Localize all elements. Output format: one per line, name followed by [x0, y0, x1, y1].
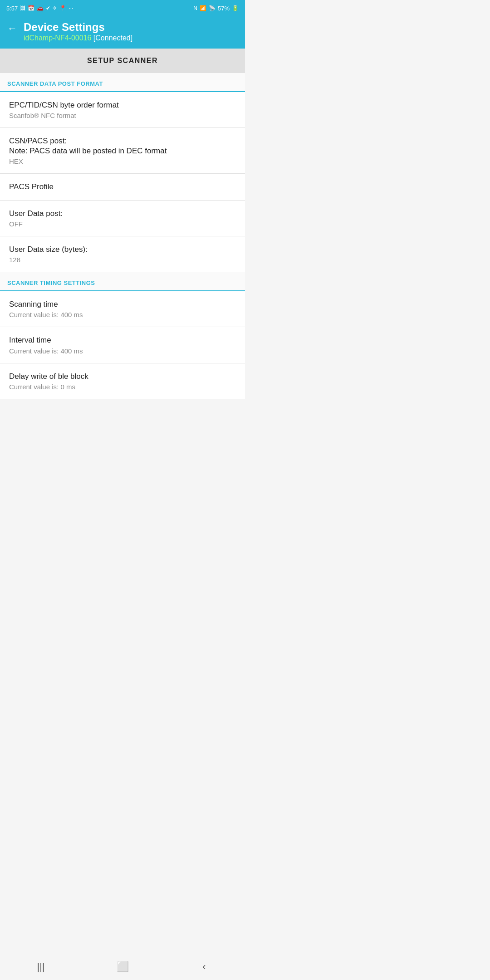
- content-area: SETUP SCANNER SCANNER DATA POST FORMAT E…: [0, 49, 245, 431]
- user-data-post-subtitle: OFF: [9, 220, 236, 228]
- more-icon: ···: [69, 5, 73, 11]
- wifi-icon: 📶: [200, 5, 206, 11]
- nfc-icon: N: [193, 5, 197, 11]
- list-item-scanning-time[interactable]: Scanning time Current value is: 400 ms: [0, 291, 245, 327]
- pin-icon: 📍: [59, 5, 66, 11]
- battery-percent: 57%: [218, 5, 230, 12]
- list-item-epc-tid-csn[interactable]: EPC/TID/CSN byte order format Scanfob® N…: [0, 92, 245, 128]
- user-data-size-subtitle: 128: [9, 256, 236, 264]
- scanning-time-title: Scanning time: [9, 299, 236, 309]
- interval-time-title: Interval time: [9, 335, 236, 345]
- pacs-profile-title: PACS Profile: [9, 182, 236, 192]
- interval-time-subtitle: Current value is: 400 ms: [9, 347, 236, 355]
- back-button[interactable]: ←: [7, 23, 17, 34]
- delay-write-ble-title: Delay write of ble block: [9, 372, 236, 382]
- epc-tid-csn-title: EPC/TID/CSN byte order format: [9, 100, 236, 110]
- signal-icon: 📡: [209, 5, 216, 11]
- csn-pacs-title-line2: Note: PACS data will be posted in DEC fo…: [9, 146, 236, 156]
- status-bar: 5:57 🖼 📅 🚗 ✔ ✈ 📍 ··· N 📶 📡 57% 🔋: [0, 0, 245, 16]
- car-icon: 🚗: [37, 5, 44, 11]
- user-data-size-title: User Data size (bytes):: [9, 245, 236, 255]
- list-item-user-data-post[interactable]: User Data post: OFF: [0, 201, 245, 236]
- epc-tid-csn-subtitle: Scanfob® NFC format: [9, 112, 236, 119]
- setup-scanner-button[interactable]: SETUP SCANNER: [0, 49, 245, 73]
- section-header-scanner-data: SCANNER DATA POST FORMAT: [0, 73, 245, 92]
- scanning-time-subtitle: Current value is: 400 ms: [9, 311, 236, 318]
- app-bar: ← Device Settings idChamp-NF4-00016 [Con…: [0, 16, 245, 49]
- device-name: idChamp-NF4-00016: [24, 34, 91, 42]
- list-item-csn-pacs[interactable]: CSN/PACS post: Note: PACS data will be p…: [0, 128, 245, 174]
- connection-status: [Connected]: [93, 34, 132, 42]
- send-icon: ✈: [53, 5, 57, 11]
- app-bar-title-block: Device Settings idChamp-NF4-00016 [Conne…: [24, 21, 132, 42]
- page-title: Device Settings: [24, 21, 132, 34]
- user-data-post-title: User Data post:: [9, 209, 236, 219]
- calendar-icon: 📅: [28, 5, 34, 11]
- photo-icon: 🖼: [20, 5, 25, 11]
- list-item-pacs-profile[interactable]: PACS Profile: [0, 174, 245, 201]
- status-left: 5:57 🖼 📅 🚗 ✔ ✈ 📍 ···: [6, 5, 73, 12]
- check-icon: ✔: [46, 5, 50, 11]
- section-header-scanner-timing: SCANNER TIMING SETTINGS: [0, 272, 245, 291]
- battery-icon: 🔋: [232, 5, 239, 11]
- list-item-user-data-size[interactable]: User Data size (bytes): 128: [0, 236, 245, 272]
- csn-pacs-title-line1: CSN/PACS post:: [9, 136, 236, 146]
- device-info: idChamp-NF4-00016 [Connected]: [24, 34, 132, 42]
- list-item-delay-write-ble[interactable]: Delay write of ble block Current value i…: [0, 363, 245, 399]
- status-right: N 📶 📡 57% 🔋: [193, 5, 239, 12]
- csn-pacs-subtitle: HEX: [9, 157, 236, 165]
- delay-write-ble-subtitle: Current value is: 0 ms: [9, 383, 236, 391]
- list-item-interval-time[interactable]: Interval time Current value is: 400 ms: [0, 327, 245, 363]
- section-header-scanner-timing-label: SCANNER TIMING SETTINGS: [7, 279, 95, 286]
- status-time: 5:57: [6, 5, 18, 12]
- section-header-scanner-data-label: SCANNER DATA POST FORMAT: [7, 80, 103, 87]
